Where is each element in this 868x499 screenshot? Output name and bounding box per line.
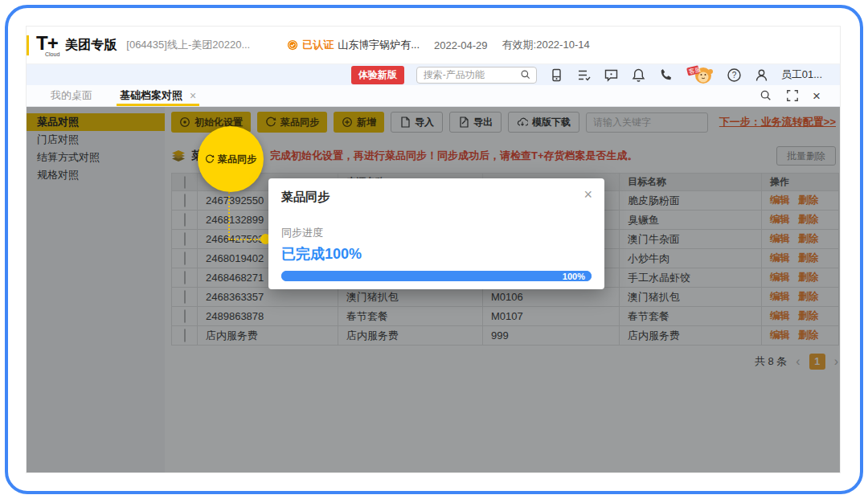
modal-title: 菜品同步 — [281, 190, 592, 205]
close-icon[interactable]: × — [813, 89, 821, 103]
account-name: [064435]线上-美团20220... — [126, 38, 250, 52]
message-icon[interactable] — [604, 67, 619, 83]
certified-badge-icon — [287, 39, 298, 51]
current-user-label[interactable]: 员工01... — [781, 67, 822, 82]
screen: T+ Cloud 美团专版 [064435]线上-美团20220... 已认证 … — [0, 0, 868, 499]
try-new-version-button[interactable]: 体验新版 — [351, 66, 404, 84]
progress-fill: 100% — [281, 271, 592, 281]
tab-close-icon[interactable]: × — [190, 90, 196, 101]
app-window: T+ Cloud 美团专版 [064435]线上-美团20220... 已认证 … — [27, 27, 840, 472]
edition-name: 美团专版 — [65, 37, 117, 54]
title-bar: T+ Cloud 美团专版 [064435]线上-美团20220... 已认证 … — [27, 27, 840, 64]
search-icon — [520, 69, 531, 80]
guide-dotted-line-vertical — [228, 192, 230, 239]
help-icon[interactable]: ? — [727, 67, 742, 83]
company-name: 山东博宇锅炉有... — [338, 38, 420, 52]
service-mascot[interactable]: 客服 — [686, 64, 714, 85]
tab-label: 基础档案对照 — [120, 88, 182, 103]
guide-dotted-line-horizontal — [228, 239, 260, 240]
modal-dim-overlay — [27, 107, 840, 472]
global-search-box[interactable] — [416, 67, 537, 84]
spotlight-label: 菜品同步 — [218, 153, 256, 166]
fullscreen-icon[interactable] — [786, 89, 799, 102]
tab-basic-archive-mapping[interactable]: 基础档案对照 × — [120, 85, 196, 106]
task-list-icon[interactable] — [576, 67, 592, 83]
logo-main: T+ — [36, 34, 58, 53]
certified-group: 已认证 山东博宇锅炉有... — [287, 38, 420, 52]
logo-sub: Cloud — [45, 51, 59, 57]
user-icon[interactable] — [754, 67, 769, 83]
global-search-input[interactable] — [422, 68, 520, 81]
pos-device-icon[interactable] — [549, 67, 564, 83]
yellow-accent-bar — [27, 35, 29, 55]
top-toolbar: 体验新版 客服 ? — [27, 64, 840, 85]
tplus-logo: T+ Cloud — [36, 34, 59, 57]
spotlight-dish-sync-button[interactable]: 菜品同步 — [198, 126, 264, 192]
phone-icon[interactable] — [658, 67, 674, 83]
certified-label: 已认证 — [302, 38, 334, 52]
content-area: 菜品对照 门店对照 结算方式对照 规格对照 初始化设置 菜品同步 — [27, 107, 840, 472]
progress-text: 已完成100% — [281, 244, 592, 264]
notification-bell-icon[interactable] — [631, 67, 646, 83]
progress-bar: 100% — [281, 271, 592, 281]
register-date: 2022-04-29 — [434, 39, 488, 51]
sync-icon — [205, 154, 215, 164]
validity-date: 有效期:2022-10-14 — [502, 38, 590, 52]
dish-sync-modal: 菜品同步 × 同步进度 已完成100% 100% — [268, 178, 604, 289]
progress-value-label: 100% — [563, 272, 585, 281]
svg-text:?: ? — [732, 71, 737, 80]
tab-search-icon[interactable] — [760, 89, 772, 102]
modal-close-icon[interactable]: × — [583, 187, 592, 202]
progress-label: 同步进度 — [281, 226, 592, 240]
tabbar-actions: × — [760, 89, 821, 103]
tab-bar: 我的桌面 基础档案对照 × × — [27, 85, 840, 107]
tab-my-desktop[interactable]: 我的桌面 — [51, 88, 92, 103]
